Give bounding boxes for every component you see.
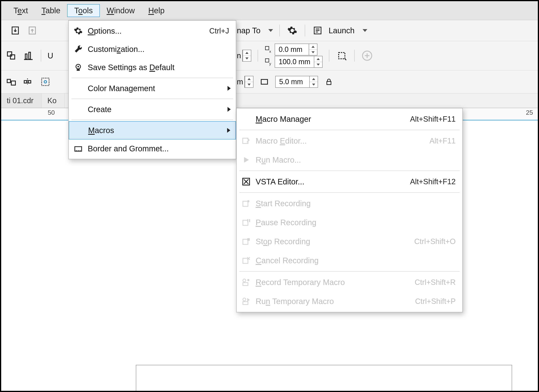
submenu-arrow-icon [227, 86, 231, 91]
menu-save-default[interactable]: Save Settings as Default [69, 58, 236, 77]
n-spinner[interactable] [242, 50, 251, 62]
separator [354, 50, 355, 62]
menu-color-management[interactable]: Color Management [69, 79, 236, 97]
menu-options[interactable]: Options... Ctrl+J [69, 22, 236, 40]
pause-recording: Pause Recording [237, 213, 462, 232]
pos-x-value: 0.0 mm [275, 44, 309, 55]
separator [41, 50, 41, 62]
gap-input[interactable]: 5.0 mm [275, 76, 318, 88]
lock-icon[interactable] [323, 76, 335, 88]
menubar: Text Table Tools Window Help [1, 1, 538, 20]
tab-next[interactable]: Ko [42, 93, 65, 108]
macros-submenu: Macro Manager Alt+Shift+F11 Macro Editor… [236, 108, 463, 312]
record-temp-icon [237, 278, 256, 287]
separator [72, 78, 233, 78]
gear-save-icon [69, 63, 88, 72]
vsta-editor-label: VSTA Editor... [256, 177, 410, 186]
record-icon [237, 199, 256, 208]
record-temp-macro: Record Temporary Macro Ctrl+Shift+R [237, 273, 462, 292]
ruler-tick-50: 50 [48, 109, 55, 116]
svg-point-38 [247, 200, 250, 203]
menu-create[interactable]: Create [69, 100, 236, 118]
menu-border-grommet[interactable]: Border and Grommet... [69, 140, 236, 158]
menu-save-default-label: Save Settings as Default [88, 63, 231, 72]
menu-table[interactable]: Table [35, 4, 67, 17]
bounding-box-icon[interactable] [336, 49, 348, 62]
svg-rect-21 [24, 81, 27, 83]
distribute-icon[interactable] [22, 76, 34, 88]
stop-recording: Stop Recording Ctrl+Shift+O [237, 232, 462, 251]
m-spinner[interactable] [244, 76, 254, 88]
svg-point-48 [243, 298, 246, 301]
menu-text[interactable]: Text [7, 4, 35, 17]
start-recording: Start Recording [237, 194, 462, 213]
snap-to-label[interactable]: nap To [237, 26, 260, 35]
pos-y-icon: y [264, 58, 273, 66]
macro-manager[interactable]: Macro Manager Alt+Shift+F11 [237, 110, 462, 129]
menu-options-shortcut: Ctrl+J [209, 27, 231, 35]
run-macro-label: Run Macro... [256, 155, 457, 165]
macro-manager-label: Macro Manager [256, 115, 410, 124]
macro-manager-shortcut: Alt+Shift+F11 [410, 115, 457, 123]
export-down-icon[interactable] [9, 24, 21, 37]
stop-record-icon [237, 237, 256, 246]
svg-rect-9 [29, 52, 30, 59]
separator [72, 120, 233, 120]
align-left-objects-icon[interactable] [5, 76, 17, 88]
svg-text:y: y [269, 62, 271, 66]
group-icon[interactable] [5, 49, 17, 62]
launch-list-icon[interactable] [312, 24, 324, 37]
units-label-fragment: U [48, 51, 53, 60]
svg-rect-27 [327, 81, 331, 85]
menu-tools[interactable]: Tools [67, 4, 100, 17]
run-temp-icon [237, 297, 256, 306]
snap-to-dropdown-icon[interactable] [268, 29, 273, 32]
start-recording-label: Start Recording [256, 199, 457, 208]
run-macro: Run Macro... [237, 150, 462, 169]
separator [279, 24, 280, 36]
m-suffix: m [237, 78, 243, 86]
launch-dropdown-icon[interactable] [363, 29, 367, 32]
separator [239, 192, 460, 193]
add-icon[interactable] [361, 49, 373, 62]
cancel-recording-label: Cancel Recording [256, 256, 457, 265]
run-temp-label: Run Temporary Macro [256, 297, 415, 306]
tools-dropdown-menu: Options... Ctrl+J Customization... Save … [68, 20, 236, 159]
svg-point-34 [80, 150, 81, 151]
tab-active[interactable]: ti 01.cdr [1, 93, 42, 108]
page-outline [136, 365, 512, 392]
svg-rect-11 [265, 46, 269, 50]
svg-rect-35 [243, 138, 248, 144]
rectangle-tool-icon[interactable] [258, 76, 270, 88]
align-bottom-icon[interactable] [22, 49, 34, 62]
svg-point-46 [247, 279, 250, 281]
svg-rect-47 [243, 283, 248, 286]
menu-options-label: Options... [88, 27, 209, 35]
separator [72, 99, 233, 99]
svg-rect-25 [42, 78, 49, 86]
menu-customization-label: Customization... [88, 45, 231, 54]
stop-recording-label: Stop Recording [256, 237, 414, 246]
options-gear-icon[interactable] [286, 24, 298, 37]
wrench-icon [69, 44, 88, 54]
pos-x-input[interactable]: 0.0 mm [275, 44, 318, 55]
menu-customization[interactable]: Customization... [69, 40, 236, 58]
pos-y-input[interactable]: 100.0 mm [275, 56, 322, 68]
separator [329, 50, 329, 62]
svg-rect-15 [339, 53, 345, 59]
submenu-arrow-icon [227, 128, 230, 133]
svg-rect-13 [265, 59, 269, 62]
tab-active-label: ti 01.cdr [7, 97, 34, 105]
export-up-icon [26, 24, 38, 37]
center-page-icon[interactable] [39, 76, 52, 88]
ruler-tick-250: 25 [526, 109, 533, 116]
menu-window[interactable]: Window [100, 4, 141, 17]
menu-macros[interactable]: Macros [69, 121, 236, 140]
launch-label[interactable]: Launch [328, 26, 354, 35]
vsta-editor[interactable]: VSTA Editor... Alt+Shift+F12 [237, 172, 462, 191]
menu-help[interactable]: Help [142, 4, 171, 17]
vsta-editor-shortcut: Alt+Shift+F12 [410, 178, 457, 186]
macro-editor-label: Macro Editor... [256, 136, 429, 145]
macro-editor: Macro Editor... Alt+F11 [237, 131, 462, 150]
svg-rect-37 [243, 201, 248, 206]
